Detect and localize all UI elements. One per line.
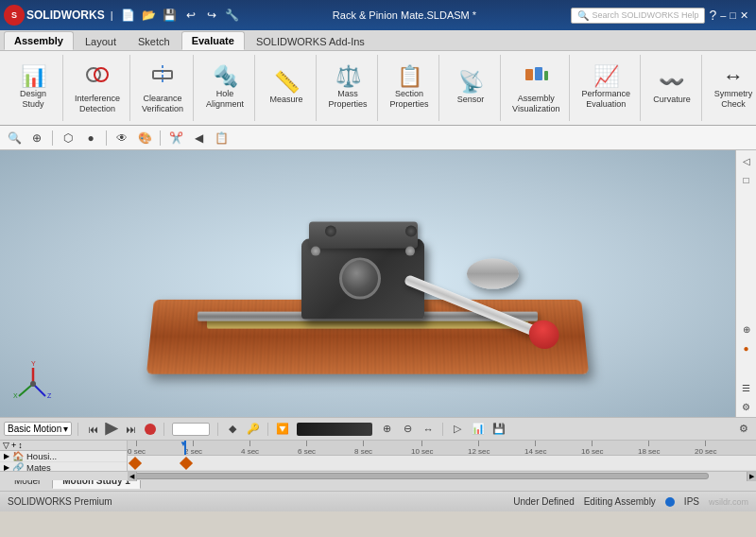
rebuild-btn[interactable]: 🔧 [223,6,242,25]
tab-assembly[interactable]: Assembly [4,31,74,50]
section-btn[interactable]: 📋 SectionProperties [386,64,433,112]
viewport[interactable]: Y Z X [0,150,735,417]
symmetry-icon: ↔️ [723,66,744,87]
rp-expand-btn[interactable]: □ [738,171,755,188]
timeline-scrollbar[interactable]: ◀ ▶ [0,471,756,480]
rp-list-btn[interactable]: ☰ [738,379,755,396]
curvature-btn[interactable]: 〰️ Curvature [648,70,696,107]
clamp-top [309,222,418,249]
save-btn[interactable]: 💾 [161,6,180,25]
motion-play-btn[interactable] [105,423,118,436]
undo-btn[interactable]: ↩ [181,6,200,25]
new-btn[interactable]: 📄 [119,6,138,25]
motion-zoom-in-btn[interactable]: ⊕ [378,421,395,438]
scroll-left-btn[interactable]: ◀ [128,472,137,481]
timeline-track[interactable]: 0 sec 2 sec 4 sec 6 sec 8 sec [128,441,756,471]
tab-addins[interactable]: SOLIDWORKS Add-Ins [246,31,375,50]
view-prev-btn[interactable]: ◀ [188,129,209,147]
interference-btn[interactable]: InterferenceDetection [71,60,124,116]
perf-label: PerformanceEvaluation [581,89,630,110]
ribbon-group-mass: ⚖️ MassProperties [318,55,378,121]
curvature-icon: 〰️ [659,72,684,93]
shaded-btn[interactable]: ● [80,129,101,147]
ribbon-group-design-study: 📊 DesignStudy [4,55,63,121]
view-orient-btn[interactable]: 🔍 [4,129,25,147]
ribbon: Assembly Layout Sketch Evaluate SOLIDWOR… [0,30,756,126]
section-icon: 📋 [397,66,422,87]
housing-track[interactable] [128,456,756,471]
clearance-btn[interactable]: ClearanceVerification [138,60,187,116]
tab-sketch[interactable]: Sketch [128,31,180,50]
redo-btn[interactable]: ↪ [202,6,221,25]
motion-time-field[interactable] [172,423,210,436]
tick-4: 4 sec [241,441,259,456]
solidworks-logo: S SOLIDWORKS [4,5,105,26]
tick-8: 8 sec [354,441,372,456]
motion-export-btn[interactable]: 💾 [490,421,507,438]
assembly-vis-btn[interactable]: AssemblyVisualization [508,60,563,116]
playhead[interactable] [184,441,186,455]
mass-label: MassProperties [329,89,368,110]
perf-btn[interactable]: 📈 PerformanceEvaluation [577,64,634,112]
open-btn[interactable]: 📂 [140,6,159,25]
measure-btn[interactable]: 📏 Measure [263,70,310,107]
housing-expand[interactable]: ▶ [4,452,9,460]
motion-results-btn[interactable]: 📊 [470,421,487,438]
motion-fastfwd-btn[interactable]: ⏭ [122,421,139,438]
scrollbar-thumb[interactable] [128,473,709,479]
motion-filter-btn[interactable]: 🔽 [274,421,291,438]
view-mode-btn[interactable]: ⬡ [58,129,78,147]
motion-rewind-btn[interactable]: ⏮ [84,421,101,438]
rp-hide-btn[interactable]: ◁ [738,152,755,169]
zoom-btn[interactable]: ⊕ [26,129,47,147]
tick-20: 20 sec [695,441,717,456]
motion-autokey-btn[interactable]: 🔑 [245,421,262,438]
ribbon-content: 📊 DesignStudy InterferenceDetection [0,51,756,125]
minimize-btn[interactable]: □ [730,9,736,21]
close-btn[interactable]: ✕ [740,9,748,22]
render-btn[interactable]: 🎨 [134,129,155,147]
interference-icon [84,61,111,92]
motion-simulate-btn[interactable]: ▷ [449,421,466,438]
motion-record-btn[interactable] [145,424,156,435]
rp-view-btn[interactable]: ⊕ [738,320,755,338]
tab-layout[interactable]: Layout [75,31,127,50]
design-study-btn[interactable]: 📊 DesignStudy [9,64,57,112]
symmetry-btn[interactable]: ↔️ SymmetryCheck [710,64,756,112]
tab-evaluate[interactable]: Evaluate [181,31,245,50]
hole-btn[interactable]: 🔩 HoleAlignment [201,64,249,112]
mass-btn[interactable]: ⚖️ MassProperties [324,64,371,112]
motion-type-dropdown[interactable]: Basic Motion ▾ [4,422,72,436]
motion-zoom-out-btn[interactable]: ⊖ [399,421,416,438]
curvature-label: Curvature [653,95,691,105]
scroll-right-btn[interactable]: ▶ [747,472,756,481]
hide-show-btn[interactable]: 👁 [112,129,132,147]
symmetry-label: SymmetryCheck [714,89,753,110]
top-bolt2 [405,226,417,237]
rp-color-btn[interactable]: ● [738,339,755,356]
toolbar2: 🔍 ⊕ ⬡ ● 👁 🎨 ✂️ ◀ 📋 [0,126,756,150]
display-state-btn[interactable]: 📋 [211,129,232,147]
rp-settings-btn[interactable]: ⚙ [738,398,755,415]
motion-sep5 [442,423,443,436]
status-right: Under Defined Editing Assembly IPS wsild… [513,496,748,507]
svg-text:Z: Z [47,392,52,399]
measure-icon: 📏 [274,72,300,93]
sensor-btn[interactable]: 📡 Sensor [447,70,494,107]
motion-key-btn[interactable]: ◆ [224,421,241,438]
sensor-label: Sensor [457,95,485,105]
housing-label: Housi... [26,451,57,461]
motion-toolbar: Basic Motion ▾ ⏮ ⏭ ◆ 🔑 🔽 ⊕ ⊖ ↔ ▷ 📊 💾 ⚙ [0,418,756,441]
motion-dropdown-arrow: ▾ [63,424,68,434]
help-btn[interactable]: ? [709,8,716,23]
sep2 [106,130,107,146]
tick-12: 12 sec [468,441,490,456]
motion-settings-btn[interactable]: ⚙ [735,421,752,438]
section-view-btn[interactable]: ✂️ [165,129,186,147]
ribbon-group-symmetry: ↔️ SymmetryCheck [704,55,756,121]
ribbon-group-sensor: 📡 Sensor [441,55,501,121]
options-btn[interactable]: – [720,9,726,21]
motion-fit-btn[interactable]: ↔ [420,421,437,438]
search-box[interactable]: 🔍 Search SOLIDWORKS Help [571,8,705,24]
motion-sep4 [267,423,268,436]
